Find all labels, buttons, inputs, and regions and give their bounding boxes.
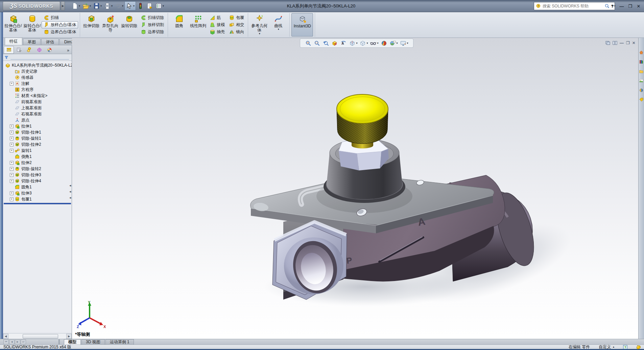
undo-button[interactable]: ▾ <box>114 1 124 10</box>
ribbon-button-shell[interactable]: 抽壳 <box>208 28 227 36</box>
view-palette-tab[interactable] <box>639 78 644 83</box>
tab-splitter[interactable] <box>58 340 60 344</box>
search-box[interactable]: ? ▾ <box>534 2 615 10</box>
custom-status-menu[interactable]: 自定义▴ <box>599 344 614 350</box>
ribbon-button-wrap[interactable]: 包覆 <box>227 14 246 21</box>
expander-icon[interactable]: + <box>10 191 14 195</box>
save-button[interactable]: ▾ <box>92 1 103 10</box>
tree-item[interactable]: +切除-旋转1 <box>4 135 72 141</box>
panel-tabs-overflow[interactable]: » <box>65 48 71 54</box>
expander-icon[interactable]: + <box>10 149 14 153</box>
sheet-nav-first-button[interactable]: ⏮ <box>3 340 9 344</box>
ribbon-button-reference-geometry[interactable]: 参考几何体▾ <box>250 13 269 37</box>
ribbon-button-rib[interactable]: 筋 <box>208 14 227 21</box>
tree-item[interactable]: +切除-拉伸4 <box>4 178 72 184</box>
adjust-knob[interactable] <box>337 94 388 144</box>
new-window-icon[interactable] <box>605 41 610 45</box>
file-explorer-tab[interactable] <box>639 69 644 74</box>
ribbon-button-boundary[interactable]: 边界凸台/基体 <box>42 28 78 36</box>
options-dropdown-caret-icon[interactable]: ▾ <box>163 5 164 7</box>
expander-icon[interactable]: + <box>10 143 14 146</box>
model-canvas[interactable]: A P <box>72 38 638 339</box>
ribbon-button-hole-wizard[interactable]: 异型孔向导 <box>101 13 120 37</box>
expander-icon[interactable]: + <box>10 179 14 183</box>
panel-splitter-handle[interactable]: ◀◀◀ <box>69 184 72 199</box>
view-orientation-caret-icon[interactable]: ▾ <box>356 42 357 45</box>
display-style-caret-icon[interactable]: ▾ <box>366 42 368 45</box>
ribbon-button-cut-extrude[interactable]: 拉伸切除 <box>82 13 101 37</box>
ribbon-button-sweep[interactable]: 扫描 <box>42 14 78 21</box>
tree-item[interactable]: +圆角1 <box>4 184 72 190</box>
tree-item[interactable]: +倒角1 <box>4 154 72 160</box>
tree-item[interactable]: +拉伸1 <box>4 123 72 129</box>
apply-scene-caret-icon[interactable]: ▾ <box>397 42 398 45</box>
appearances-scenes-tab[interactable] <box>639 88 644 93</box>
select-dropdown-caret-icon[interactable]: ▾ <box>133 5 135 7</box>
ribbon-button-linear-pattern[interactable]: 线性阵列 <box>189 13 208 37</box>
scrollbar-thumb[interactable] <box>23 334 58 339</box>
ribbon-button-intersect[interactable]: 相交 <box>227 21 246 28</box>
scroll-right-arrow-icon[interactable]: ▶ <box>66 334 72 339</box>
ribbon-button-boss-extrude[interactable]: 拉伸凸台/基体 <box>4 13 23 37</box>
ribbon-button-fillet[interactable]: 圆角 <box>170 13 189 37</box>
tree-item[interactable]: +原点 <box>4 117 72 123</box>
rollback-bar[interactable] <box>4 203 71 204</box>
propertymanager-tab[interactable] <box>14 46 24 54</box>
view-settings-button[interactable]: ▾ <box>399 40 409 47</box>
section-view-button[interactable] <box>331 40 339 47</box>
ribbon-button-revolve-boss[interactable]: 旋转凸台/基体 <box>23 13 42 37</box>
view-settings-caret-icon[interactable]: ▾ <box>407 42 408 45</box>
menu-expand-arrow-icon[interactable]: ▶ <box>61 1 65 10</box>
tree-item[interactable]: +传感器 <box>4 74 72 80</box>
expander-icon[interactable]: + <box>10 131 14 134</box>
ribbon-button-curves[interactable]: 曲线▾ <box>269 13 288 37</box>
hide-show-items-caret-icon[interactable]: ▾ <box>377 42 378 45</box>
rebuild-button[interactable] <box>136 1 145 10</box>
tree-item[interactable]: +前视基准面 <box>4 99 72 105</box>
tab-草图[interactable]: 草图 <box>23 39 41 45</box>
sheet-nav-last-button[interactable]: ⏭ <box>21 340 26 344</box>
print-dropdown-caret-icon[interactable]: ▾ <box>111 5 113 7</box>
new-document-button[interactable]: ▾ <box>70 1 81 10</box>
expander-icon[interactable]: + <box>10 167 14 171</box>
tree-item[interactable]: +切除-拉伸3 <box>4 172 72 178</box>
3d-drawing-view-button[interactable]: A <box>339 40 348 47</box>
ribbon-button-mirror[interactable]: 镜向 <box>227 28 246 36</box>
expander-icon[interactable]: + <box>10 173 14 177</box>
expander-icon[interactable]: + <box>10 161 14 165</box>
tree-root-item[interactable]: KLA系列单向节流阀20~50KLA-L20 <box>4 62 72 68</box>
tree-item[interactable]: +拉伸3 <box>4 190 72 196</box>
tab-评估[interactable]: 评估 <box>41 39 59 45</box>
zoom-fit-button[interactable] <box>304 40 312 47</box>
tree-item[interactable]: +拉伸2 <box>4 160 72 166</box>
solidworks-resources-tab[interactable] <box>639 50 644 55</box>
edit-appearance-button[interactable] <box>380 40 388 47</box>
featuremanager-tab[interactable] <box>4 46 14 54</box>
tree-item[interactable]: +A注解 <box>4 80 72 87</box>
open-dropdown-caret-icon[interactable]: ▾ <box>90 5 91 7</box>
zoom-to-area-button[interactable] <box>313 40 321 47</box>
configurationmanager-tab[interactable] <box>24 46 34 54</box>
expander-icon[interactable]: + <box>10 124 14 128</box>
options-button[interactable]: ▾ <box>154 1 165 10</box>
ribbon-button-sweep-cut[interactable]: 扫描切除 <box>139 14 166 21</box>
hide-show-items-button[interactable]: ▾ <box>369 40 379 47</box>
new-document-dropdown-caret-icon[interactable]: ▾ <box>79 5 80 7</box>
maximize-button[interactable]: ❐ <box>627 2 634 10</box>
search-icon[interactable] <box>604 3 610 9</box>
tree-item[interactable]: +切除-拉伸1 <box>4 129 72 135</box>
graphics-viewport[interactable]: A P A▾▾▾▾▾ — ❐ ✕ Y X Z *等轴测 <box>72 38 638 339</box>
doc-tab-3D 视图[interactable]: 3D 视图 <box>81 339 105 345</box>
undo-dropdown-caret-icon[interactable]: ▾ <box>122 5 123 7</box>
tree-item[interactable]: +上视基准面 <box>4 105 72 111</box>
tree-item[interactable]: +旋转1 <box>4 147 72 154</box>
ribbon-button-loft[interactable]: 放样凸台/基体 <box>42 21 78 28</box>
tree-item[interactable]: +Σ方程序 <box>4 87 72 93</box>
tree-item[interactable]: +历史记录 <box>4 68 72 74</box>
doc-tab-运动算例 1[interactable]: 运动算例 1 <box>105 339 134 345</box>
displaymanager-tab[interactable] <box>44 46 54 54</box>
close-button[interactable]: ✕ <box>635 2 642 10</box>
save-dropdown-caret-icon[interactable]: ▾ <box>100 5 102 7</box>
sheet-nav-next-button[interactable]: ▶ <box>15 340 20 344</box>
restore-document-button[interactable]: ❐ <box>626 41 630 45</box>
